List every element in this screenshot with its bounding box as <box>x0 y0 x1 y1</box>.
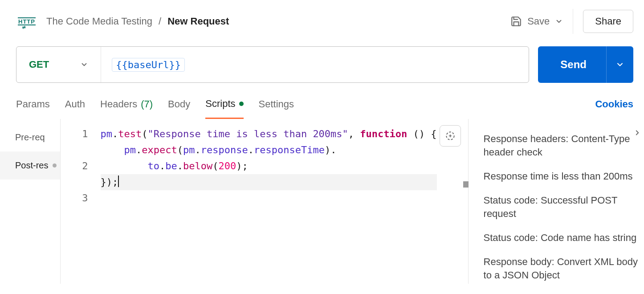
snippet-item[interactable]: Response time is less than 200ms <box>484 164 640 188</box>
chevron-down-icon <box>80 61 88 69</box>
http-icon: HTTP ⇄ <box>18 17 36 25</box>
snippet-item[interactable]: Status code: Successful POST request <box>484 188 640 226</box>
send-button[interactable]: Send <box>538 46 633 83</box>
save-dropdown-button[interactable] <box>555 17 563 25</box>
url-bar: GET {{baseUrl}} <box>16 46 529 83</box>
snippet-item[interactable]: Status code: Code name has string <box>484 226 640 250</box>
tab-headers[interactable]: Headers (7) <box>100 98 153 118</box>
tab-settings[interactable]: Settings <box>259 98 294 118</box>
snippet-item[interactable]: Response body: Convert XML body to a JSO… <box>484 250 640 287</box>
url-variable-chip: {{baseUrl}} <box>112 58 185 72</box>
breadcrumb-collection[interactable]: The Code Media Testing <box>46 16 152 27</box>
text-cursor <box>118 176 119 187</box>
code-content[interactable]: pm.test("Response time is less than 200m… <box>96 119 468 284</box>
script-tab-pre-request[interactable]: Pre-req <box>0 123 60 151</box>
postbot-button[interactable] <box>440 125 461 147</box>
tab-body[interactable]: Body <box>168 98 190 118</box>
post-response-dot <box>53 163 57 167</box>
snippet-item[interactable]: Response headers: Content-Type header ch… <box>484 127 640 164</box>
breadcrumb-request-name[interactable]: New Request <box>167 16 229 27</box>
breadcrumb: The Code Media Testing / New Request <box>46 16 229 27</box>
send-dropdown-button[interactable] <box>606 46 633 83</box>
snippet-panel: Response headers: Content-Type header ch… <box>468 119 644 284</box>
url-input[interactable]: {{baseUrl}} <box>101 58 196 72</box>
chevron-right-icon[interactable] <box>633 129 641 137</box>
tab-params[interactable]: Params <box>16 98 50 118</box>
headers-count-badge: (7) <box>141 98 153 110</box>
script-tab-post-response[interactable]: Post-res <box>0 151 60 180</box>
scripts-dirty-dot <box>239 102 244 106</box>
breadcrumb-separator: / <box>159 16 161 27</box>
method-select[interactable]: GET <box>16 47 101 82</box>
cookies-link[interactable]: Cookies <box>595 98 633 118</box>
save-button[interactable]: Save <box>510 16 550 27</box>
code-editor[interactable]: 1 2 3 pm.test("Response time is less tha… <box>61 119 468 284</box>
tab-auth[interactable]: Auth <box>65 98 85 118</box>
share-button[interactable]: Share <box>583 10 633 33</box>
line-number-gutter: 1 2 3 <box>61 119 96 284</box>
method-value: GET <box>29 59 49 70</box>
save-icon <box>510 16 522 27</box>
tab-scripts[interactable]: Scripts <box>205 98 243 119</box>
minimap-indicator <box>463 181 469 188</box>
